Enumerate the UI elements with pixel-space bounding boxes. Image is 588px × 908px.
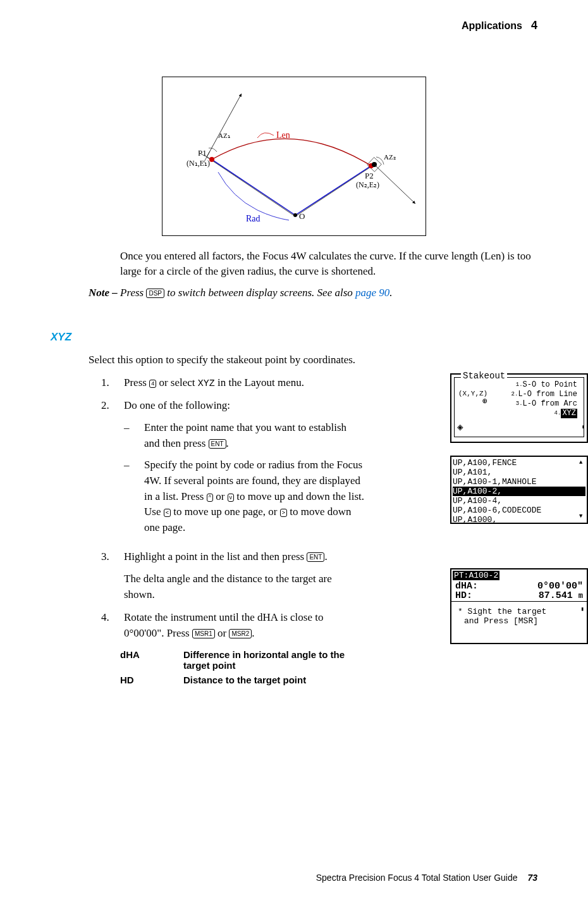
svg-line-0 bbox=[207, 157, 295, 216]
section-intro: Select this option to specify the stakeo… bbox=[89, 354, 537, 366]
page-header: Applications 4 bbox=[51, 19, 537, 32]
footer-page: 73 bbox=[527, 873, 537, 883]
list-row-0: UP,A100,FENCE bbox=[453, 458, 585, 468]
list-row-6: UP,A1000, bbox=[453, 515, 585, 525]
label-p2: P2 bbox=[365, 171, 374, 180]
s3-hd-label: HD: bbox=[455, 591, 472, 601]
key-right: > bbox=[280, 509, 287, 517]
def-hd-desc: Distance to the target point bbox=[183, 675, 306, 685]
list-row-1: UP,A101, bbox=[453, 468, 585, 477]
key-msr1: MSR1 bbox=[192, 629, 215, 638]
key-msr2: MSR2 bbox=[229, 629, 252, 638]
label-o: O bbox=[299, 211, 305, 221]
step-2b: – Specify the point by code or radius fr… bbox=[124, 457, 364, 535]
scroll-up-icon: ▲ bbox=[579, 458, 582, 468]
svg-point-12 bbox=[372, 162, 377, 167]
screen1-title: Stakeout bbox=[461, 371, 507, 381]
section-heading-xyz: XYZ bbox=[51, 331, 537, 344]
battery-icon-3: ▮ bbox=[581, 605, 584, 614]
list-row-3: UP,A100-2, bbox=[453, 487, 585, 496]
header-chapter: 4 bbox=[531, 19, 537, 32]
svg-point-11 bbox=[293, 213, 297, 217]
label-p1: P1 bbox=[198, 148, 207, 158]
svg-line-7 bbox=[212, 159, 295, 215]
step-3-para: The delta angle and the distance to the … bbox=[124, 571, 364, 602]
prism-icon: ◈ bbox=[457, 423, 463, 433]
label-len: Len bbox=[276, 130, 290, 140]
menu-item-3: L-O from Arc bbox=[523, 399, 577, 409]
menu-item-2: L-O from Line bbox=[518, 390, 577, 399]
note-label: Note – bbox=[89, 287, 120, 299]
s3-msg1: * Sight the target bbox=[451, 607, 587, 616]
key-ent-1: ENT bbox=[209, 439, 226, 449]
menu-item-4: XYZ bbox=[561, 409, 577, 418]
scroll-down-icon: ▼ bbox=[579, 512, 582, 521]
key-ent-2: ENT bbox=[307, 552, 324, 562]
definitions-table: dHA Difference in horizontal angle to th… bbox=[120, 649, 537, 685]
s3-pt: PT:A100-2 bbox=[453, 571, 499, 580]
device-screen-stakeout-display: PT:A100-2 dHA: 0°00'00" HD: 87.541 m * S… bbox=[450, 568, 588, 644]
svg-line-2 bbox=[295, 165, 374, 216]
device-screen-stakeout-menu: Stakeout (X,Y,Z) ⊕ 1.S-O to Point 2.L-O … bbox=[450, 373, 588, 443]
diagram-container: P1 (N₁,E₁) P2 (N₂,E₂) AZ₁ AZ₂ Len Rad O bbox=[51, 77, 537, 236]
def-hd-term: HD bbox=[120, 675, 164, 685]
label-az1: AZ₁ bbox=[218, 132, 230, 139]
label-p1-coord: (N₁,E₁) bbox=[187, 159, 210, 168]
label-p2-coord: (N₂,E₂) bbox=[356, 180, 379, 189]
def-dha-term: dHA bbox=[120, 649, 164, 671]
svg-line-8 bbox=[295, 166, 371, 215]
list-row-4: UP,A100-4, bbox=[453, 496, 585, 506]
link-page-90[interactable]: page 90 bbox=[355, 287, 389, 299]
s3-msg2: and Press [MSR] bbox=[451, 616, 587, 626]
page-footer: Spectra Precision Focus 4 Total Station … bbox=[316, 873, 537, 883]
key-4: 4 bbox=[149, 380, 156, 388]
target-icon: ⊕ bbox=[482, 397, 487, 406]
label-az2: AZ₂ bbox=[384, 153, 396, 161]
menu-item-1: S-O to Point bbox=[523, 380, 577, 390]
list-row-5: UP,A100-6,CODECODE bbox=[453, 506, 585, 515]
list-row-2: UP,A100-1,MANHOLE bbox=[453, 477, 585, 487]
arc-diagram: P1 (N₁,E₁) P2 (N₂,E₂) AZ₁ AZ₂ Len Rad O bbox=[162, 77, 426, 236]
s3-hd-unit: m bbox=[579, 592, 583, 600]
def-dha-desc: Difference in horizontal angle to the ta… bbox=[183, 649, 348, 671]
svg-line-3 bbox=[374, 165, 415, 204]
device-screen-point-list: UP,A100,FENCE UP,A101, UP,A100-1,MANHOLE… bbox=[450, 456, 588, 524]
header-title: Applications bbox=[462, 20, 522, 32]
key-down: v bbox=[228, 494, 235, 502]
battery-icon: ▮ bbox=[582, 422, 585, 432]
key-left: < bbox=[164, 509, 171, 517]
xyz-menu-label: XYZ bbox=[198, 378, 215, 389]
note-dsp: Note – Press DSP to switch between displ… bbox=[89, 287, 537, 299]
s3-dha-val: 0°00'00" bbox=[537, 581, 583, 591]
label-rad: Rad bbox=[246, 214, 260, 223]
footer-text: Spectra Precision Focus 4 Total Station … bbox=[316, 873, 518, 883]
s3-dha-label: dHA: bbox=[455, 581, 478, 591]
s3-hd-val: 87.541 bbox=[539, 590, 573, 601]
key-dsp: DSP bbox=[146, 289, 164, 298]
para-curve-calc: Once you entered all factors, the Focus … bbox=[120, 249, 537, 279]
svg-point-9 bbox=[209, 157, 214, 162]
key-up: ^ bbox=[207, 494, 213, 502]
step-2a: – Enter the point name that you want to … bbox=[124, 420, 364, 451]
